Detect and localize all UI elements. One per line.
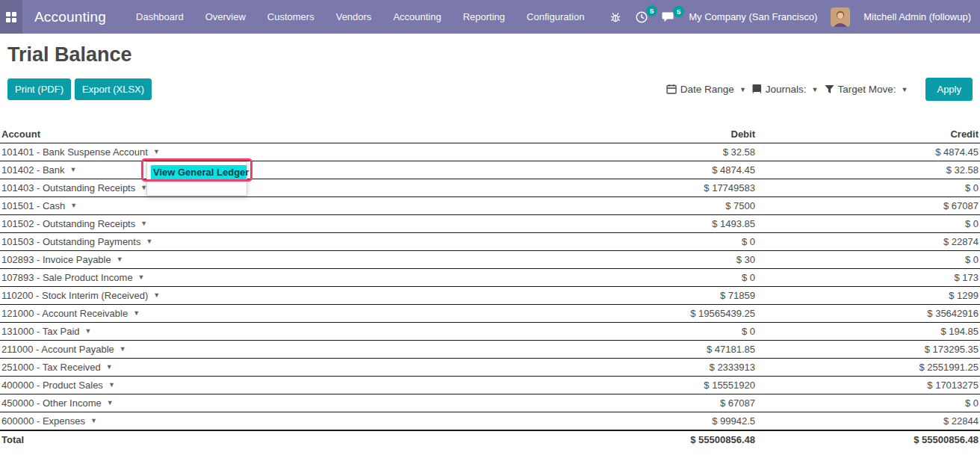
target-move-label: Target Move: — [838, 84, 896, 95]
account-dropdown-toggle[interactable]: 101401 - Bank Suspense Account ▼ — [1, 146, 160, 158]
credit-value: $ 194.85 — [757, 323, 980, 341]
credit-value: $ 22874 — [757, 233, 980, 251]
debit-value: $ 7500 — [533, 197, 757, 215]
account-dropdown-toggle[interactable]: 101501 - Cash ▼ — [1, 199, 77, 212]
account-actions-dropdown: View General Ledger — [146, 161, 247, 196]
view-general-ledger-item[interactable]: View General Ledger — [151, 165, 246, 180]
journals-label: Journals: — [766, 84, 807, 95]
account-dropdown-toggle[interactable]: 101502 - Outstanding Receipts ▼ — [1, 217, 147, 230]
account-name: 101403 - Outstanding Receipts — [1, 182, 135, 194]
account-dropdown-toggle[interactable]: 450000 - Other Income ▼ — [1, 397, 114, 409]
account-dropdown-toggle[interactable]: 101403 - Outstanding Receipts ▼ — [1, 182, 147, 194]
credit-value: $ 0 — [757, 179, 980, 197]
table-row: 101501 - Cash ▼ $ 7500 $ 67087 — [0, 197, 980, 215]
account-name: 400000 - Product Sales — [1, 379, 103, 392]
credit-value: $ 0 — [757, 394, 980, 412]
table-row: 101502 - Outstanding Receipts ▼ $ 1493.8… — [0, 215, 980, 233]
debit-value: $ 15551920 — [533, 377, 757, 394]
menu-item[interactable]: Overview — [205, 11, 246, 22]
debit-value: $ 47181.85 — [533, 341, 757, 359]
debit-value: $ 4874.45 — [533, 161, 757, 179]
table-row: 107893 - Sale Product Income ▼ $ 0 $ 173 — [0, 269, 980, 287]
credit-value: $ 0 — [757, 251, 980, 269]
total-label: Total — [0, 430, 533, 448]
debit-value: $ 32.58 — [533, 143, 757, 161]
table-row: 121000 - Account Receivable ▼ $ 19565439… — [0, 305, 980, 323]
account-name: 102893 - Invoice Payable — [1, 253, 111, 266]
main-menu: DashboardOverviewCustomersVendorsAccount… — [136, 11, 584, 22]
account-dropdown-toggle[interactable]: 211000 - Account Payable ▼ — [1, 343, 126, 356]
account-dropdown-toggle[interactable]: 251000 - Tax Received ▼ — [1, 361, 113, 374]
debit-value: $ 1493.85 — [533, 215, 757, 233]
account-name: 600000 - Expenses — [1, 415, 85, 427]
table-row: 131000 - Tax Paid ▼ $ 0 $ 194.85 — [0, 323, 980, 341]
account-dropdown-toggle[interactable]: 400000 - Product Sales ▼ — [1, 379, 115, 392]
account-dropdown-toggle[interactable]: 102893 - Invoice Payable ▼ — [1, 253, 123, 266]
caret-down-icon: ▼ — [70, 164, 77, 176]
account-name: 101401 - Bank Suspense Account — [1, 146, 148, 158]
account-dropdown-toggle[interactable]: 131000 - Tax Paid ▼ — [1, 325, 91, 338]
debug-bug-icon[interactable] — [610, 11, 621, 23]
account-dropdown-toggle[interactable]: 101503 - Outstanding Payments ▼ — [1, 235, 152, 248]
caret-down-icon: ▼ — [133, 307, 140, 320]
debit-value: $ 67087 — [533, 394, 757, 412]
credit-value: $ 4874.45 — [757, 143, 980, 161]
table-row: 450000 - Other Income ▼ $ 67087 $ 0 — [0, 394, 980, 412]
report-filters: Date Range ▼ Journals: ▼ Target Move: ▼ … — [666, 78, 973, 101]
account-dropdown-toggle[interactable]: 600000 - Expenses ▼ — [1, 415, 97, 427]
caret-down-icon: ▼ — [120, 343, 126, 356]
app-brand-title[interactable]: Accounting — [34, 9, 106, 25]
menu-item[interactable]: Dashboard — [136, 11, 184, 22]
account-name: 131000 - Tax Paid — [1, 325, 80, 338]
messages-chat-icon[interactable]: 5 — [662, 11, 675, 23]
table-row: 211000 - Account Payable ▼ $ 47181.85 $ … — [0, 341, 980, 359]
target-move-filter[interactable]: Target Move: ▼ — [825, 84, 910, 95]
funnel-filter-icon — [825, 84, 834, 94]
company-switcher[interactable]: My Company (San Francisco) — [689, 11, 817, 22]
credit-value: $ 67087 — [757, 197, 980, 215]
caret-down-icon: ▼ — [117, 253, 123, 266]
debit-value: $ 99942.5 — [533, 412, 757, 431]
column-header-credit: Credit — [757, 127, 980, 143]
account-name: 251000 - Tax Received — [1, 361, 101, 374]
caret-down-icon: ▼ — [153, 289, 160, 302]
menu-item[interactable]: Configuration — [527, 11, 584, 22]
apply-button[interactable]: Apply — [925, 78, 973, 101]
account-dropdown-toggle[interactable]: 101402 - Bank ▼ — [1, 164, 77, 176]
export-buttons: Print (PDF) Export (XLSX) — [7, 78, 152, 100]
user-menu[interactable]: Mitchell Admin (followup) — [863, 11, 971, 22]
menu-item[interactable]: Reporting — [463, 11, 505, 22]
credit-value: $ 22844 — [757, 412, 980, 431]
trial-balance-table-wrap: Account Debit Credit 101401 - Bank Suspe… — [0, 127, 980, 448]
column-header-account: Account — [0, 127, 533, 143]
debit-value: $ 71859 — [533, 287, 757, 305]
account-dropdown-toggle[interactable]: 110200 - Stock Interim (Received) ▼ — [1, 289, 160, 302]
menu-item[interactable]: Vendors — [336, 11, 372, 22]
account-dropdown-toggle[interactable]: 121000 - Account Receivable ▼ — [1, 307, 140, 320]
account-name: 101402 - Bank — [1, 164, 65, 176]
debit-value: $ 2333913 — [533, 359, 757, 377]
table-row: 600000 - Expenses ▼ $ 99942.5 $ 22844 — [0, 412, 980, 431]
account-name: 107893 - Sale Product Income — [1, 271, 133, 284]
table-row: 110200 - Stock Interim (Received) ▼ $ 71… — [0, 287, 980, 305]
total-row: Total $ 55500856.48 $ 55500856.48 — [0, 430, 980, 448]
apps-menu-button[interactable] — [0, 0, 22, 34]
chevron-down-icon: ▼ — [812, 86, 819, 93]
activities-clock-icon[interactable]: 5 — [635, 10, 648, 24]
table-row: 251000 - Tax Received ▼ $ 2333913 $ 2551… — [0, 359, 980, 377]
table-row: 101503 - Outstanding Payments ▼ $ 0 $ 22… — [0, 233, 980, 251]
page-title: Trial Balance — [7, 43, 973, 67]
journals-filter[interactable]: Journals: ▼ — [752, 84, 820, 95]
debit-value: $ 0 — [533, 323, 757, 341]
menu-item[interactable]: Customers — [267, 11, 314, 22]
caret-down-icon: ▼ — [140, 217, 147, 230]
caret-down-icon: ▼ — [153, 146, 160, 158]
debit-value: $ 19565439.25 — [533, 305, 757, 323]
export-xlsx-button[interactable]: Export (XLSX) — [75, 78, 152, 100]
caret-down-icon: ▼ — [146, 235, 152, 248]
account-dropdown-toggle[interactable]: 107893 - Sale Product Income ▼ — [1, 271, 145, 284]
menu-item[interactable]: Accounting — [393, 11, 441, 22]
user-avatar[interactable] — [831, 7, 850, 27]
print-pdf-button[interactable]: Print (PDF) — [7, 78, 71, 100]
date-range-filter[interactable]: Date Range ▼ — [666, 84, 748, 95]
